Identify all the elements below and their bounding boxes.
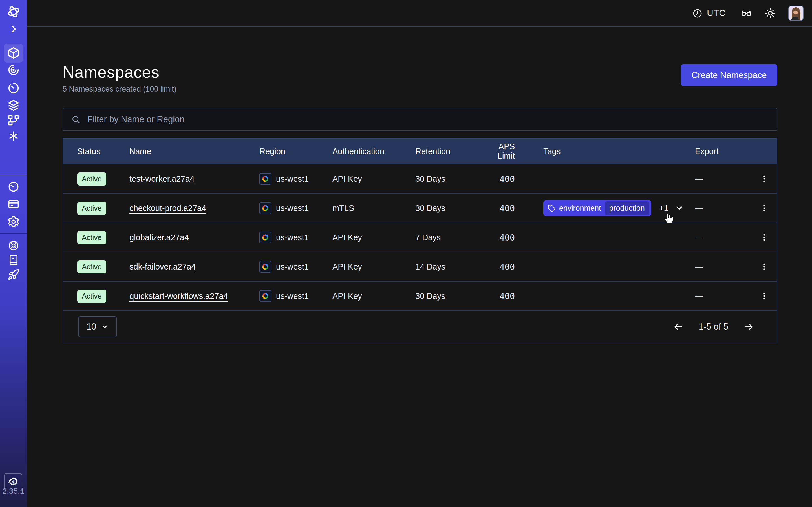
aps-limit-value: 400 xyxy=(480,233,522,242)
row-menu-button[interactable] xyxy=(756,288,772,304)
table-row: Active sdk-failover.a27a4 us-west1 API K… xyxy=(63,252,777,281)
column-header-aps-limit: APS Limit xyxy=(480,142,522,161)
next-page-button[interactable] xyxy=(742,320,755,334)
status-badge: Active xyxy=(77,231,106,244)
timezone-label: UTC xyxy=(707,8,726,18)
status-badge: Active xyxy=(77,202,106,215)
app-version: 2.35.1 xyxy=(0,487,27,496)
search-icon xyxy=(71,115,81,124)
column-header-authentication: Authentication xyxy=(333,147,415,156)
export-value: — xyxy=(695,174,751,184)
row-menu-button[interactable] xyxy=(756,258,772,275)
page-title: Namespaces xyxy=(63,62,176,81)
timezone-selector[interactable]: UTC xyxy=(692,8,726,18)
pagination-range: 1-5 of 5 xyxy=(699,322,728,332)
tag-chip[interactable]: environment production xyxy=(543,200,651,216)
timer-icon xyxy=(7,82,20,95)
export-value: — xyxy=(695,204,751,213)
sun-icon xyxy=(765,8,776,19)
sidebar-item-billing[interactable] xyxy=(0,196,27,212)
region-label: us-west1 xyxy=(276,291,309,301)
sidebar-item-insights[interactable] xyxy=(0,62,27,78)
aps-limit-value: 400 xyxy=(480,262,522,272)
retention-label: 30 Days xyxy=(415,291,480,301)
sidebar-divider xyxy=(0,233,27,233)
region-label: us-west1 xyxy=(276,262,309,272)
retention-label: 30 Days xyxy=(415,174,480,184)
aps-limit-value: 400 xyxy=(480,174,522,184)
filter-input[interactable] xyxy=(87,114,769,125)
chevron-right-icon xyxy=(8,24,18,34)
gear-icon xyxy=(7,216,20,228)
auth-label: API Key xyxy=(333,291,415,301)
retention-label: 30 Days xyxy=(415,204,480,213)
table-row: Active checkout-prod.a27a4 us-west1 mTLS… xyxy=(63,193,777,223)
pagination: 1-5 of 5 xyxy=(672,320,755,334)
sidebar-item-deployments[interactable] xyxy=(0,98,27,113)
aps-limit-value: 400 xyxy=(480,203,522,213)
status-badge: Active xyxy=(77,290,106,303)
temporal-logo-icon xyxy=(6,5,20,19)
table-row: Active globalizer.a27a4 us-west1 API Key… xyxy=(63,223,777,252)
book-sparkle-icon xyxy=(8,254,19,266)
retention-label: 14 Days xyxy=(415,262,480,272)
rocket-icon xyxy=(8,269,19,281)
namespace-link[interactable]: checkout-prod.a27a4 xyxy=(130,204,206,213)
auth-label: API Key xyxy=(333,174,415,184)
region-label: us-west1 xyxy=(276,204,309,213)
gcp-cloud-icon xyxy=(259,261,271,273)
tag-more-count[interactable]: +1 xyxy=(659,204,668,213)
page-size-value: 10 xyxy=(87,322,96,332)
cube-icon xyxy=(7,47,20,59)
sidebar-item-nexus[interactable] xyxy=(0,112,27,128)
sidebar-expand-button[interactable] xyxy=(0,21,27,37)
radar-eye-icon xyxy=(7,63,20,76)
sidebar-divider xyxy=(0,175,27,175)
sidebar-item-support[interactable] xyxy=(0,238,27,253)
tag-icon xyxy=(548,205,555,212)
page-subtitle: 5 Namespaces created (100 limit) xyxy=(63,85,176,94)
region-label: us-west1 xyxy=(276,174,309,184)
gauge-icon xyxy=(7,180,20,193)
theme-toggle[interactable] xyxy=(765,8,776,19)
sidebar-item-batch-operations[interactable] xyxy=(0,128,27,144)
auth-label: API Key xyxy=(333,233,415,242)
namespaces-table: Status Name Region Authentication Retent… xyxy=(63,138,777,343)
export-value: — xyxy=(695,262,751,272)
row-menu-button[interactable] xyxy=(756,170,772,187)
glasses-icon xyxy=(741,7,752,19)
gcp-cloud-icon xyxy=(259,173,271,185)
app-root: { "topbar": { "timezone": "UTC" }, "side… xyxy=(0,0,812,507)
column-header-export: Export xyxy=(695,147,751,156)
namespace-link[interactable]: sdk-failover.a27a4 xyxy=(130,262,196,271)
sidebar: $ 2.35.1 xyxy=(0,0,27,507)
auth-label: API Key xyxy=(333,262,415,272)
column-header-retention: Retention xyxy=(415,147,480,156)
namespace-link[interactable]: test-worker.a27a4 xyxy=(130,174,195,183)
create-namespace-button[interactable]: Create Namespace xyxy=(681,64,777,86)
page-size-select[interactable]: 10 xyxy=(79,316,117,337)
namespace-link[interactable]: quickstart-workflows.a27a4 xyxy=(130,291,228,300)
sidebar-item-settings[interactable] xyxy=(0,214,27,230)
row-menu-button[interactable] xyxy=(756,200,772,217)
namespace-link[interactable]: globalizer.a27a4 xyxy=(130,233,189,242)
sidebar-item-docs[interactable] xyxy=(0,252,27,268)
export-value: — xyxy=(695,233,751,242)
accessibility-toggle[interactable] xyxy=(741,7,752,19)
retention-label: 7 Days xyxy=(415,233,480,242)
tag-value: production xyxy=(605,202,649,215)
tag-expand-chevron[interactable] xyxy=(675,204,684,213)
table-row: Active test-worker.a27a4 us-west1 API Ke… xyxy=(63,164,777,193)
temporal-logo[interactable] xyxy=(0,4,27,20)
sidebar-item-schedules[interactable] xyxy=(0,80,27,96)
sidebar-item-getting-started[interactable] xyxy=(0,267,27,283)
row-menu-button[interactable] xyxy=(756,229,772,246)
sidebar-item-usage[interactable] xyxy=(0,179,27,194)
clock-icon xyxy=(692,8,703,18)
aps-limit-value: 400 xyxy=(480,291,522,301)
sidebar-item-namespaces[interactable] xyxy=(0,45,27,61)
previous-page-button[interactable] xyxy=(672,320,685,334)
topbar: UTC xyxy=(27,0,812,27)
user-avatar[interactable] xyxy=(788,6,804,21)
credit-card-icon xyxy=(7,198,20,210)
